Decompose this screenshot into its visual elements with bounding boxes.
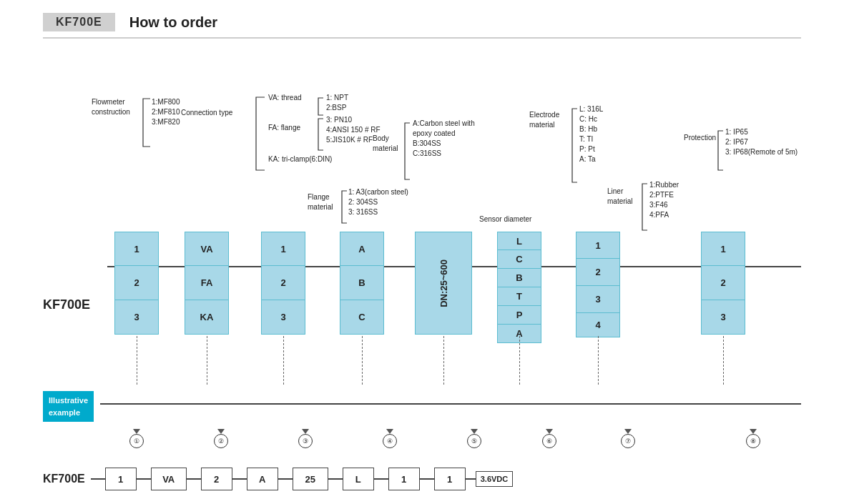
va-label: VA: thread <box>268 93 302 103</box>
circle-1: ① <box>129 434 144 448</box>
col3-group: 1 2 3 <box>261 232 305 335</box>
flange-bracket <box>338 189 348 226</box>
connection-type-label: Connection type <box>181 108 232 118</box>
col7-group: 1 2 3 4 <box>576 232 620 337</box>
circle-6: ⑥ <box>542 434 556 448</box>
dashed-8 <box>723 336 724 385</box>
col2-cell-va: VA <box>185 232 229 266</box>
circle-3: ③ <box>298 434 313 448</box>
fa-bracket <box>315 117 325 152</box>
body-options: A:Carbon steel withepoxy coatedB:304SSC:… <box>413 119 475 159</box>
dashed-1 <box>137 336 137 385</box>
col3-cell-2: 2 <box>261 266 305 300</box>
col2-group: VA FA KA <box>185 232 229 335</box>
dashed-3 <box>283 336 284 385</box>
bottom-suffix: 3.6VDC <box>476 471 514 487</box>
illustrative-label: Illustrativeexample <box>43 391 94 422</box>
va-sub: 1: NPT2:BSP <box>326 93 348 113</box>
ka-label: KA: tri-clamp(6:DIN) <box>268 154 332 164</box>
col1-group: 1 2 3 <box>114 232 159 335</box>
col1-cell-3: 3 <box>114 300 159 335</box>
bottom-box-1c: 1 <box>434 468 466 490</box>
diagram-area: Flowmeterconstruction 1:MF8002:MF8103:MF… <box>43 39 801 489</box>
protection-label: Protection <box>684 133 716 143</box>
dashed-4 <box>362 336 363 385</box>
col4-group: A B C <box>340 232 384 335</box>
dashed-6 <box>519 336 520 385</box>
col3-cell-1: 1 <box>261 232 305 266</box>
fa-label: FA: flange <box>268 123 300 133</box>
col8-cell-3: 3 <box>701 300 745 335</box>
dashed-2 <box>207 336 207 385</box>
electrode-options: L: 316LC: HcB: HbT: TIP: PtA: Ta <box>579 104 603 164</box>
col4-cell-b: B <box>340 266 384 300</box>
col7-cell-3: 3 <box>576 286 620 313</box>
col8-cell-2: 2 <box>701 266 745 300</box>
flange-options: 1: A3(carbon steel)2: 304SS3: 316SS <box>348 187 408 217</box>
col7-cell-2: 2 <box>576 259 620 286</box>
flowmeter-bracket <box>137 96 152 149</box>
protection-bracket <box>715 129 725 173</box>
col7-cell-4: 4 <box>576 313 620 337</box>
col6-cell-b: B <box>497 269 541 287</box>
circle-4: ④ <box>383 434 397 448</box>
liner-material-label: Linermaterial <box>607 187 633 207</box>
liner-bracket <box>639 182 649 233</box>
col6-cell-t: T <box>497 287 541 306</box>
connection-bracket <box>250 94 266 173</box>
circle-2: ② <box>214 434 228 448</box>
circle-7: ⑦ <box>621 434 635 448</box>
col4-cell-c: C <box>340 300 384 335</box>
body-bracket <box>401 121 411 182</box>
col3-cell-3: 3 <box>261 300 305 335</box>
example-hline <box>100 403 801 405</box>
bottom-box-1b: 1 <box>388 468 420 490</box>
col7-cell-1: 1 <box>576 232 620 259</box>
bottom-box-l: L <box>343 468 374 490</box>
dashed-5 <box>443 336 444 385</box>
col6-cell-l: L <box>497 232 541 250</box>
bottom-box-1: 1 <box>105 468 137 490</box>
sensor-diameter-label: Sensor diameter <box>479 214 531 224</box>
circles-row: ① ② ③ ④ ⑤ <box>129 429 760 448</box>
page-container: KF700E How to order Flowmeterconstructio… <box>0 13 844 504</box>
col2-cell-ka: KA <box>185 300 229 335</box>
header-title: How to order <box>129 14 217 31</box>
flange-material-label: Flangematerial <box>308 192 333 212</box>
protection-options: 1: IP652: IP673: IP68(Remote of 5m) <box>725 127 798 157</box>
electrode-bracket <box>569 107 579 185</box>
col6-cell-p: P <box>497 306 541 325</box>
circle-8: ⑧ <box>746 434 760 448</box>
header: KF700E How to order <box>43 13 801 39</box>
electrode-material-label: Electrodematerial <box>529 110 559 130</box>
col4-cell-a: A <box>340 232 384 266</box>
bottom-box-va: VA <box>151 468 187 490</box>
liner-options: 1:Rubber2:PTFE3:F464:PFA <box>649 180 679 220</box>
bottom-box-a: A <box>247 468 278 490</box>
header-model: KF700E <box>43 13 115 31</box>
col8-cell-1: 1 <box>701 232 745 266</box>
flowmeter-options: 1:MF8002:MF8103:MF820 <box>152 97 180 127</box>
col2-cell-fa: FA <box>185 266 229 300</box>
col6-group: L C B T P A <box>497 232 541 343</box>
col1-cell-2: 2 <box>114 266 159 300</box>
bottom-example-row: KF700E 1 VA 2 A 25 L 1 1 3.6VDC <box>43 468 513 490</box>
col5-tall: DN:25~600 <box>415 232 472 335</box>
main-model-label: KF700E <box>43 297 90 312</box>
bottom-box-2: 2 <box>201 468 232 490</box>
body-material-label: Bodymaterial <box>373 134 398 154</box>
bottom-model: KF700E <box>43 473 85 485</box>
col1-cell-1: 1 <box>114 232 159 266</box>
col8-group: 1 2 3 <box>701 232 745 335</box>
col6-cell-c: C <box>497 250 541 269</box>
dashed-7 <box>598 336 599 385</box>
bottom-box-25: 25 <box>293 468 328 490</box>
flowmeter-construction-label: Flowmeterconstruction <box>92 97 130 117</box>
circle-5: ⑤ <box>467 434 481 448</box>
va-bracket <box>315 96 325 117</box>
